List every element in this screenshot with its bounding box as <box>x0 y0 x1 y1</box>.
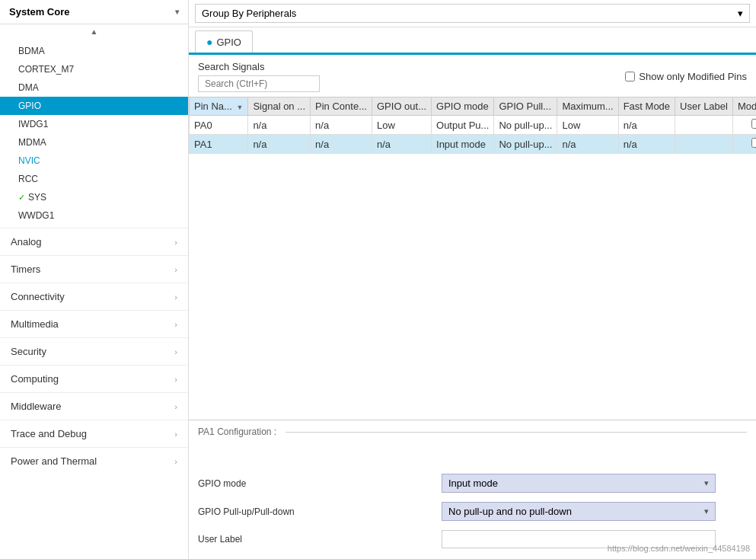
sidebar-section-computing[interactable]: Computing› <box>0 365 188 392</box>
cell-1-2: n/a <box>311 135 372 154</box>
sidebar-system-core-items: BDMACORTEX_M7DMAGPIOIWDG1MDMANVICRCCSYSW… <box>0 39 188 228</box>
cell-modified-0[interactable] <box>732 116 756 135</box>
cell-0-1: n/a <box>248 116 311 135</box>
gpio-mode-chevron: ▾ <box>704 478 709 488</box>
pin-table: Pin Na... ▼ Signal on ... Pin Conte... G… <box>189 97 756 154</box>
sidebar-item-dma[interactable]: DMA <box>0 78 188 97</box>
pa1-config-section: PA1 Configuration : GPIO mode Input mode… <box>189 420 756 559</box>
config-spacer <box>198 446 747 469</box>
cell-0-4: Output Pu... <box>432 116 494 135</box>
col-fast-mode[interactable]: Fast Mode <box>618 97 675 116</box>
pin-table-wrapper: Pin Na... ▼ Signal on ... Pin Conte... G… <box>189 97 756 154</box>
chevron-right-icon: › <box>174 347 177 356</box>
col-gpio-out[interactable]: GPIO out... <box>372 97 431 116</box>
sidebar-item-bdma[interactable]: BDMA <box>0 42 188 60</box>
chevron-right-icon: › <box>174 320 177 329</box>
sidebar-section-label-analog: Analog <box>11 236 41 248</box>
col-maximum[interactable]: Maximum... <box>557 97 618 116</box>
sidebar-item-rcc[interactable]: RCC <box>0 170 188 188</box>
sidebar-section-middleware[interactable]: Middleware› <box>0 392 188 420</box>
cell-1-1: n/a <box>248 135 311 154</box>
cell-0-6: Low <box>557 116 618 135</box>
chevron-right-icon: › <box>174 430 177 439</box>
config-label-user-label: User Label <box>198 534 442 545</box>
gpio-mode-value: Input mode <box>448 478 498 489</box>
sidebar-header[interactable]: System Core ▾ <box>0 0 188 24</box>
config-value-gpio-mode[interactable]: Input mode ▾ <box>442 474 716 493</box>
cell-1-5: No pull-up... <box>494 135 557 154</box>
table-row[interactable]: PA0n/an/aLowOutput Pu...No pull-up...Low… <box>190 116 757 135</box>
sidebar-section-multimedia[interactable]: Multimedia› <box>0 310 188 337</box>
sidebar-section-power-thermal[interactable]: Power and Thermal› <box>0 447 188 474</box>
sidebar-section-label-multimedia: Multimedia <box>11 318 59 330</box>
sidebar-section-label-trace-debug: Trace and Debug <box>11 428 87 439</box>
chevron-right-icon: › <box>174 402 177 411</box>
gpio-pull-chevron: ▾ <box>704 506 709 516</box>
config-value-gpio-pull[interactable]: No pull-up and no pull-down ▾ <box>442 502 716 521</box>
sidebar-item-sys[interactable]: SYS <box>0 188 188 206</box>
cell-1-0: PA1 <box>190 135 248 154</box>
sidebar-collapse-chevron[interactable]: ▾ <box>175 8 179 16</box>
col-signal-on[interactable]: Signal on ... <box>248 97 311 116</box>
sidebar-section-analog[interactable]: Analog› <box>0 228 188 255</box>
group-by-label: Group By Peripherals <box>202 8 296 19</box>
group-by-chevron: ▾ <box>738 8 743 19</box>
cell-1-6: n/a <box>557 135 618 154</box>
show-modified-group: Show only Modified Pins <box>625 71 747 82</box>
gpio-pull-value: No pull-up and no pull-down <box>448 506 572 517</box>
sidebar-item-wwdg1[interactable]: WWDG1 <box>0 206 188 225</box>
sidebar-item-iwdg1[interactable]: IWDG1 <box>0 115 188 133</box>
cell-0-8 <box>675 116 733 135</box>
search-input[interactable] <box>198 75 320 92</box>
table-spacer <box>189 154 756 420</box>
sidebar-section-label-connectivity: Connectivity <box>11 291 65 302</box>
chevron-right-icon: › <box>174 292 177 302</box>
sidebar-section-label-security: Security <box>11 346 46 357</box>
col-pin-name[interactable]: Pin Na... ▼ <box>190 97 248 116</box>
sidebar-collapse-arrow[interactable]: ▲ <box>0 24 188 39</box>
cell-0-7: n/a <box>618 116 675 135</box>
main-content: Group By Peripherals ▾ ● GPIO Search Sig… <box>189 0 756 559</box>
gpio-tab[interactable]: ● GPIO <box>195 30 253 53</box>
col-pin-context[interactable]: Pin Conte... <box>311 97 372 116</box>
cell-1-8 <box>675 135 733 154</box>
chevron-right-icon: › <box>174 238 177 247</box>
table-header-row: Pin Na... ▼ Signal on ... Pin Conte... G… <box>190 97 757 116</box>
chevron-right-icon: › <box>174 375 177 384</box>
cell-0-0: PA0 <box>190 116 248 135</box>
col-modified[interactable]: Modified <box>732 97 756 116</box>
show-modified-checkbox[interactable] <box>625 72 635 81</box>
cell-modified-1[interactable] <box>732 135 756 154</box>
sidebar-section-label-power-thermal: Power and Thermal <box>11 455 97 467</box>
chevron-right-icon: › <box>174 265 177 274</box>
cell-1-4: Input mode <box>432 135 494 154</box>
sidebar-section-label-computing: Computing <box>11 373 59 385</box>
gpio-tab-label: GPIO <box>216 37 241 48</box>
sidebar-section-timers[interactable]: Timers› <box>0 255 188 283</box>
col-gpio-pull[interactable]: GPIO Pull... <box>494 97 557 116</box>
sidebar-item-mdma[interactable]: MDMA <box>0 133 188 152</box>
sidebar-item-gpio[interactable]: GPIO <box>0 97 188 115</box>
config-row-user-label: User Label <box>198 525 747 553</box>
modified-checkbox-1[interactable] <box>751 138 756 148</box>
search-signals-group: Search Signals <box>198 61 320 92</box>
search-signals-label: Search Signals <box>198 61 320 72</box>
sidebar-item-cortex_m7[interactable]: CORTEX_M7 <box>0 60 188 78</box>
sidebar-section-connectivity[interactable]: Connectivity› <box>0 283 188 310</box>
sidebar-section-security[interactable]: Security› <box>0 337 188 365</box>
config-value-user-label[interactable] <box>442 530 716 548</box>
show-modified-label: Show only Modified Pins <box>639 71 747 82</box>
content-area: Search Signals Show only Modified Pins P… <box>189 55 756 559</box>
col-gpio-mode[interactable]: GPIO mode <box>432 97 494 116</box>
cell-1-3: n/a <box>372 135 431 154</box>
sidebar-section-trace-debug[interactable]: Trace and Debug› <box>0 420 188 447</box>
cell-1-7: n/a <box>618 135 675 154</box>
group-by-select[interactable]: Group By Peripherals ▾ <box>195 4 750 23</box>
col-user-label[interactable]: User Label <box>675 97 733 116</box>
pa1-config-title: PA1 Configuration : <box>198 426 747 437</box>
modified-checkbox-0[interactable] <box>751 119 756 129</box>
sidebar-item-nvic[interactable]: NVIC <box>0 152 188 170</box>
gpio-tab-bar: ● GPIO <box>189 27 756 54</box>
config-row-gpio-pull: GPIO Pull-up/Pull-down No pull-up and no… <box>198 497 747 525</box>
table-row[interactable]: PA1n/an/an/aInput modeNo pull-up...n/an/… <box>190 135 757 154</box>
